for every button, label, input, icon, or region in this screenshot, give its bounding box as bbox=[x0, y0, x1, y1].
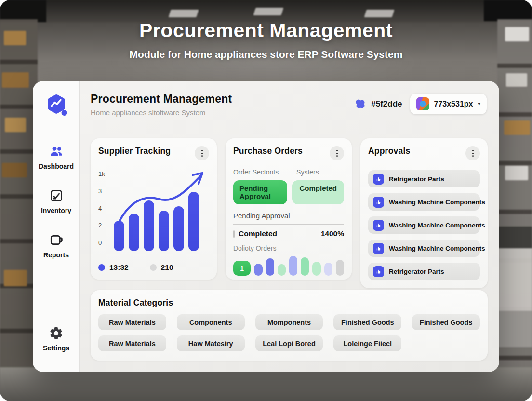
users-icon bbox=[49, 144, 64, 159]
approval-item[interactable]: Refrigerator Parts bbox=[368, 263, 480, 280]
thumb-up-icon bbox=[373, 197, 384, 208]
kebab-menu-icon[interactable] bbox=[195, 146, 209, 160]
sidebar-label-reports: Reports bbox=[43, 251, 69, 259]
pending-approval-pill[interactable]: Pending Approval bbox=[233, 180, 287, 204]
supplier-bar-chart: 1k 3 4 2 0 bbox=[98, 168, 210, 251]
material-chip[interactable]: Raw Materials bbox=[98, 335, 166, 351]
material-chip[interactable]: Finished Goods bbox=[412, 314, 480, 330]
sidebar-item-dashboard[interactable]: Dashboard bbox=[33, 144, 80, 170]
legend-dot-blue bbox=[98, 264, 105, 271]
thumb-up-icon bbox=[373, 243, 384, 254]
approvals-title: Approvals bbox=[368, 146, 410, 156]
app-window: Dashboard Inventory Reports bbox=[33, 81, 499, 372]
sidebar-label-settings: Settings bbox=[43, 344, 69, 352]
hero-title: Procurement Management bbox=[0, 19, 532, 42]
mini-bars: 1 bbox=[233, 256, 344, 276]
mini-bar bbox=[266, 258, 274, 276]
mini-bar bbox=[336, 260, 344, 276]
legend-dot-grey bbox=[150, 264, 157, 271]
mini-bar bbox=[312, 262, 320, 276]
purchase-orders-title: Purchase Orders bbox=[233, 146, 303, 156]
checklist-icon bbox=[49, 188, 64, 203]
canvas-size-label: 773x531px bbox=[434, 100, 473, 108]
approvals-list: Refrigerator Parts Washing Machine Compo… bbox=[368, 170, 480, 280]
sidebar-item-inventory[interactable]: Inventory bbox=[33, 188, 80, 214]
colorful-app-icon bbox=[416, 97, 429, 110]
chart-legend: 13:32 210 bbox=[98, 263, 173, 272]
color-blob-icon bbox=[354, 97, 367, 110]
sidebar-label-dashboard: Dashboard bbox=[39, 162, 74, 170]
material-chip[interactable]: Components bbox=[177, 314, 245, 330]
page-title: Procurement Management bbox=[91, 93, 232, 106]
legend-item: 13:32 bbox=[98, 263, 129, 272]
mini-bar bbox=[254, 264, 262, 276]
kebab-menu-icon[interactable] bbox=[466, 146, 480, 160]
supplier-tracking-title: Supplier Tracking bbox=[98, 146, 171, 156]
material-chip[interactable]: Lcal Lopi Bored bbox=[255, 335, 323, 351]
material-categories-panel: Material Categoris Raw Materials Compone… bbox=[91, 290, 488, 361]
approvals-card: Approvals Refrigerator Parts Washing Mac… bbox=[360, 138, 488, 288]
material-chip[interactable]: Momponents bbox=[255, 314, 323, 330]
mini-bar bbox=[324, 263, 332, 276]
thumb-up-icon bbox=[373, 174, 384, 185]
material-categories-title: Material Categoris bbox=[98, 298, 480, 308]
sidebar: Dashboard Inventory Reports bbox=[33, 81, 80, 372]
completed-progress-row: Completed 1400% bbox=[233, 229, 344, 238]
tick-mark bbox=[233, 230, 235, 238]
purchase-orders-card: Purchase Orders Order Sectonts Systers P… bbox=[226, 138, 352, 280]
y-axis-ticks: 1k 3 4 2 0 bbox=[98, 170, 105, 246]
app-logo[interactable] bbox=[33, 93, 80, 117]
approval-item[interactable]: Washing Machine Components bbox=[368, 216, 480, 234]
mini-bar bbox=[289, 256, 297, 276]
supplier-tracking-card: Supplier Tracking 1k 3 4 2 0 bbox=[91, 138, 217, 280]
approval-item[interactable]: Washing Machine Components bbox=[368, 193, 480, 211]
hero-banner: Procurement Management Module for Home a… bbox=[0, 19, 532, 60]
color-chip[interactable]: #5f2dde bbox=[354, 97, 402, 110]
mini-first-bar: 1 bbox=[233, 261, 251, 276]
mini-bar bbox=[301, 257, 309, 276]
completed-pill[interactable]: Completed bbox=[292, 180, 344, 204]
material-chip-grid: Raw Materials Components Momponents Fini… bbox=[98, 314, 480, 351]
gear-icon bbox=[49, 326, 64, 341]
color-hex-label: #5f2dde bbox=[371, 99, 402, 109]
hero-subtitle: Module for Home appliances store ERP Sof… bbox=[0, 49, 532, 60]
report-icon bbox=[49, 232, 64, 248]
pending-approval-section-label: Pending Approval bbox=[233, 212, 344, 220]
page-header: Procurement Management Home appliances s… bbox=[91, 93, 232, 117]
trend-arrow-line bbox=[108, 165, 211, 247]
screenshot-frame: Procurement Management Module for Home a… bbox=[0, 0, 532, 401]
canvas-size-dropdown[interactable]: 773x531px ▾ bbox=[410, 94, 487, 114]
material-chip[interactable]: Raw Materials bbox=[98, 314, 166, 330]
mini-bar bbox=[278, 264, 286, 276]
material-chip[interactable]: Finished Goods bbox=[333, 314, 401, 330]
progress-value: 1400% bbox=[321, 229, 344, 238]
thumb-up-icon bbox=[373, 220, 384, 231]
divider bbox=[233, 224, 344, 225]
legend-item: 210 bbox=[150, 263, 173, 272]
material-chip[interactable]: Loleinge Fiiecl bbox=[333, 335, 401, 351]
mini-chart-label: Dolioty Orders bbox=[233, 244, 344, 252]
sidebar-item-reports[interactable]: Reports bbox=[33, 232, 80, 259]
sidebar-item-settings[interactable]: Settings bbox=[33, 326, 80, 352]
approval-item[interactable]: Refrigerator Parts bbox=[368, 170, 480, 187]
analytics-home-logo-icon bbox=[44, 93, 68, 117]
thumb-up-icon bbox=[373, 266, 384, 277]
progress-label: Completed bbox=[239, 229, 277, 238]
page-subtitle: Home appliances sltoftware System bbox=[91, 108, 232, 117]
kebab-menu-icon[interactable] bbox=[330, 146, 344, 160]
material-chip[interactable]: Haw Matesiry bbox=[177, 335, 245, 351]
approval-item[interactable]: Washing Machine Components bbox=[368, 240, 480, 257]
order-column-labels: Order Sectonts Systers bbox=[233, 168, 344, 176]
chevron-down-icon: ▾ bbox=[478, 101, 480, 107]
sidebar-label-inventory: Inventory bbox=[41, 207, 71, 214]
